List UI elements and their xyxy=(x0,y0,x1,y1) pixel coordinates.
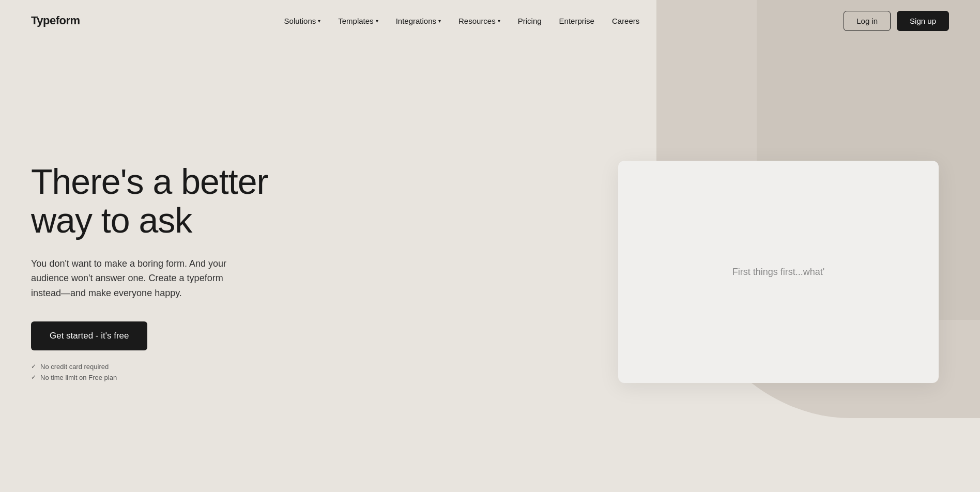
hero-content: There's a better way to ask You don't wa… xyxy=(31,162,279,381)
signup-button[interactable]: Sign up xyxy=(897,11,949,31)
logo[interactable]: Typeform xyxy=(31,14,80,27)
perk-no-time-limit-text: No time limit on Free plan xyxy=(40,374,117,381)
nav-careers[interactable]: Careers xyxy=(605,12,647,29)
check-icon: ✓ xyxy=(31,363,36,370)
form-preview-container: First things first...what' xyxy=(618,161,939,383)
nav-pricing[interactable]: Pricing xyxy=(511,12,549,29)
nav-solutions[interactable]: Solutions ▾ xyxy=(277,12,328,29)
nav-resources-label: Resources xyxy=(458,17,496,25)
header: Typeform Solutions ▾ Templates ▾ Integra… xyxy=(0,0,980,41)
main-nav: Solutions ▾ Templates ▾ Integrations ▾ R… xyxy=(277,12,647,29)
hero-title: There's a better way to ask xyxy=(31,162,279,240)
nav-solutions-label: Solutions xyxy=(284,17,316,25)
chevron-down-icon: ▾ xyxy=(498,18,500,24)
nav-enterprise[interactable]: Enterprise xyxy=(552,12,602,29)
nav-pricing-label: Pricing xyxy=(518,17,542,25)
cta-button[interactable]: Get started - it's free xyxy=(31,321,147,350)
chevron-down-icon: ▾ xyxy=(376,18,378,24)
perk-no-credit-card-text: No credit card required xyxy=(40,363,109,371)
chevron-down-icon: ▾ xyxy=(438,18,441,24)
login-button[interactable]: Log in xyxy=(844,11,891,31)
nav-templates-label: Templates xyxy=(338,17,373,25)
form-preview-card: First things first...what' xyxy=(618,161,939,383)
nav-enterprise-label: Enterprise xyxy=(559,17,594,25)
nav-resources[interactable]: Resources ▾ xyxy=(451,12,508,29)
header-actions: Log in Sign up xyxy=(844,11,949,31)
hero-section: There's a better way to ask You don't wa… xyxy=(0,41,980,492)
chevron-down-icon: ▾ xyxy=(318,18,320,24)
nav-integrations-label: Integrations xyxy=(396,17,436,25)
nav-templates[interactable]: Templates ▾ xyxy=(331,12,385,29)
perk-no-credit-card: ✓ No credit card required xyxy=(31,363,279,371)
check-icon: ✓ xyxy=(31,374,36,381)
hero-perks: ✓ No credit card required ✓ No time limi… xyxy=(31,363,279,381)
nav-careers-label: Careers xyxy=(612,17,639,25)
perk-no-time-limit: ✓ No time limit on Free plan xyxy=(31,374,279,381)
form-preview-text: First things first...what' xyxy=(732,267,824,278)
nav-integrations[interactable]: Integrations ▾ xyxy=(389,12,448,29)
hero-subtitle: You don't want to make a boring form. An… xyxy=(31,256,248,301)
